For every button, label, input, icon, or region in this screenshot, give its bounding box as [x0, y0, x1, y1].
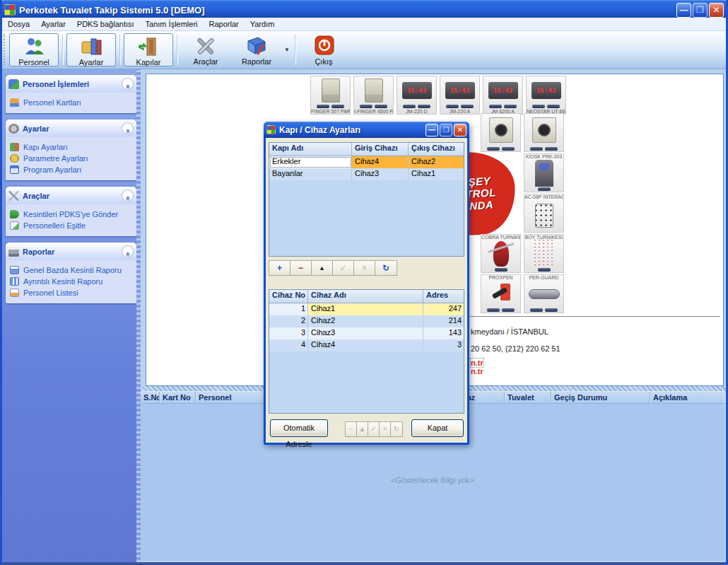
toolbar-araclar-button[interactable]: Araçlar — [181, 33, 230, 66]
tile-action-button[interactable] — [532, 105, 545, 108]
sidebar-item-personel-listesi[interactable]: Personel Listesi — [10, 287, 134, 298]
product-tile[interactable]: 15:43 JM-220 A — [440, 76, 480, 115]
devices-row[interactable]: 3 Cihaz3 143 — [269, 327, 464, 339]
tile-action-button[interactable] — [375, 105, 387, 108]
product-tile[interactable]: KIOSK PRK-003 — [524, 153, 564, 192]
product-tile[interactable]: 15:43 JM 6200 A — [483, 76, 523, 115]
tile-action-button[interactable] — [446, 105, 459, 108]
menu-tanim-islemleri[interactable]: Tanım İşlemleri — [140, 18, 204, 30]
collapse-chevron-icon[interactable]: » — [122, 245, 134, 257]
tile-action-button[interactable] — [530, 147, 543, 151]
menu-raporlar[interactable]: Raporlar — [204, 18, 245, 30]
product-tile[interactable]: 15:43 JM-220 D — [397, 76, 437, 115]
sidebar-item-parametre-ayarlari[interactable]: Parametre Ayarları — [10, 153, 134, 164]
tile-action-button[interactable] — [317, 105, 329, 108]
delete-button[interactable]: − — [290, 261, 312, 275]
refresh-button[interactable]: ↻ — [375, 261, 397, 275]
cancel-edit-button[interactable]: × — [380, 422, 391, 436]
sidebar-item-personelleri-esitle[interactable]: Personelleri Eşitle — [10, 220, 134, 231]
section-header-raporlar[interactable]: Raporlar » — [6, 243, 136, 260]
refresh-button[interactable]: ↻ — [391, 422, 402, 436]
section-header-araclar[interactable]: Araçlar » — [6, 187, 136, 204]
sidebar-item-personel-kartlari[interactable]: Personel Kartları — [10, 97, 134, 108]
dialog-maximize-button[interactable]: ❐ — [440, 124, 452, 136]
product-tile[interactable]: PROXPEN — [481, 274, 521, 313]
tile-action-button[interactable] — [538, 187, 551, 191]
devices-row-selected[interactable]: 1 Cihaz1 247 — [269, 303, 464, 315]
collapse-chevron-icon[interactable]: » — [122, 122, 134, 134]
menu-yardim[interactable]: Yardım — [245, 18, 281, 30]
product-tile[interactable] — [524, 113, 564, 152]
confirm-button[interactable]: ✓ — [368, 422, 380, 436]
kapat-button[interactable]: Kapat — [411, 419, 464, 437]
product-tile[interactable]: AC-06P INTERACTIVE ŞİFRE — [524, 194, 564, 233]
tile-action-button[interactable] — [495, 268, 507, 272]
edit-button[interactable]: ▲ — [312, 261, 333, 275]
sidebar-item-program-ayarlari[interactable]: Program Ayarları — [10, 164, 134, 175]
cancel-edit-button[interactable]: × — [354, 261, 375, 275]
edit-button[interactable]: ▲ — [357, 422, 368, 436]
product-tile[interactable]: 15:43 NEOSTAR UT-6600 — [526, 76, 566, 115]
tile-action-button[interactable] — [545, 308, 558, 312]
tile-action-button[interactable] — [487, 147, 500, 151]
confirm-button[interactable]: ✓ — [333, 261, 354, 275]
toolbar-ayarlar-button[interactable]: Ayarlar — [66, 33, 116, 66]
toolbar-grip[interactable] — [4, 34, 7, 66]
tile-action-button[interactable] — [530, 308, 543, 312]
tile-action-button[interactable] — [418, 105, 430, 108]
product-tile[interactable]: PER-GUARD — [524, 274, 564, 313]
toolbar-kapilar-button[interactable]: Kapılar — [124, 33, 173, 66]
product-tile[interactable]: I-FINGER 4500 PARMAK İZİ — [353, 76, 394, 115]
tile-action-button[interactable] — [487, 308, 500, 312]
doors-row-selected[interactable]: Erkekler Cihaz4 Cihaz2 — [269, 156, 464, 168]
raporlar-dropdown-arrow[interactable]: ▼ — [282, 47, 292, 53]
tile-action-button[interactable] — [545, 147, 558, 151]
tile-action-button[interactable] — [403, 105, 416, 108]
minimize-button[interactable]: — — [676, 3, 691, 18]
toolbar-raporlar-button[interactable]: Raporlar — [232, 33, 281, 66]
devices-row[interactable]: 2 Cihaz2 214 — [269, 315, 464, 327]
maximize-button[interactable]: ❐ — [693, 3, 708, 18]
tile-action-button[interactable] — [547, 105, 560, 108]
email-link[interactable]: n.tr — [471, 367, 483, 375]
sidebar-item-kapi-ayarlari[interactable]: Kapı Ayarları — [10, 141, 134, 153]
devices-row[interactable]: 4 Cihaz4 3 — [269, 339, 464, 351]
menu-bar: Dosya Ayarlar PDKS bağlantısı Tanım İşle… — [2, 18, 726, 31]
sidebar-item-genel-bazda-kesinti-raporu[interactable]: Genel Bazda Kesinti Raporu — [10, 264, 134, 276]
section-header-personel-islemleri[interactable]: Personel İşlemleri » — [6, 75, 136, 93]
person-list-icon — [10, 289, 19, 297]
menu-dosya[interactable]: Dosya — [2, 18, 35, 30]
menu-pdks-baglantisi[interactable]: PDKS bağlantısı — [71, 18, 140, 30]
tile-action-button[interactable] — [538, 268, 551, 272]
tile-action-button[interactable] — [489, 105, 502, 108]
product-tile[interactable]: BOY TURNİKESİ — [524, 234, 564, 273]
tile-action-button[interactable] — [461, 105, 474, 108]
dialog-close-button[interactable]: ✕ — [454, 124, 466, 136]
menu-ayarlar[interactable]: Ayarlar — [35, 18, 71, 30]
dialog-title-bar[interactable]: Kapı / Cihaz Ayarları — ❐ ✕ — [264, 122, 469, 138]
dialog-body: Kapı Adı Giriş Cihazı Çıkış Cihazı Erkek… — [266, 138, 467, 443]
tile-action-button[interactable] — [502, 308, 515, 312]
doors-row[interactable]: Bayanlar Cihaz3 Cihaz1 — [269, 168, 464, 180]
website-link[interactable]: n.tr — [471, 359, 483, 367]
tile-action-button[interactable] — [360, 105, 372, 108]
sidebar-item-ayrintili-kesinti-raporu[interactable]: Ayrıntılı Kesinti Raporu — [10, 276, 134, 287]
toolbar-cikis-button[interactable]: Çıkış — [299, 33, 348, 66]
title-bar[interactable]: Perkotek Tuvalet Takip Sistemi 5.0 [DEMO… — [0, 0, 728, 20]
tile-action-button[interactable] — [504, 105, 517, 108]
product-tile[interactable]: FINGER 007 PARMAK İZİ — [310, 76, 351, 115]
otomatik-adresle-button[interactable]: Otomatik Adresle — [270, 419, 328, 437]
toolbar-personel-button[interactable]: Personel — [9, 33, 59, 66]
delete-button[interactable]: − — [346, 422, 357, 436]
product-tile[interactable] — [481, 113, 521, 152]
tile-action-button[interactable] — [502, 147, 515, 151]
sidebar-item-kesintileri-pdksye-gonder[interactable]: Kesintileri PDKS'ye Gönder — [10, 209, 134, 220]
collapse-chevron-icon[interactable]: » — [122, 190, 134, 202]
collapse-chevron-icon[interactable]: » — [122, 78, 134, 90]
section-header-ayarlar[interactable]: Ayarlar » — [6, 120, 136, 137]
close-button[interactable]: ✕ — [709, 3, 724, 18]
product-tile[interactable]: COBRA TURNIKE — [481, 234, 521, 273]
tile-action-button[interactable] — [331, 105, 344, 108]
add-button[interactable]: + — [269, 261, 290, 275]
dialog-minimize-button[interactable]: — — [425, 124, 438, 136]
